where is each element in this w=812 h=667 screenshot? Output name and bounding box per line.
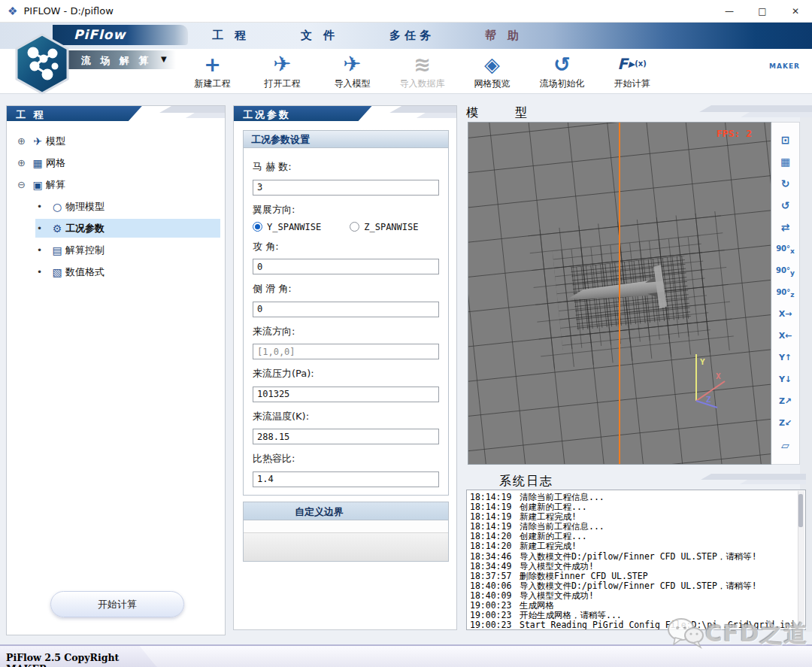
expand-plus-icon[interactable]: ⊕ (17, 157, 29, 168)
flow-init-button[interactable]: ↺ 流场初始化 (527, 50, 597, 92)
project-tree: ⊕ ✈ 模型 ⊕ ▦ 网格 ⊖ ▣ 解算 • ○ 物理模型 • ⚙ 工况参数 •… (7, 130, 225, 283)
sideslip-input[interactable] (253, 302, 439, 317)
axis-y-label: Y (700, 357, 705, 367)
case-params-panel: 工况参数 工况参数设置 马 赫 数: 翼展方向: Y_SPANWISE Z_SP… (233, 105, 457, 630)
solver-mode-label: 流 场 解 算 (81, 54, 152, 68)
tree-item-numeric-format[interactable]: • ▧ 数值格式 (7, 261, 225, 283)
axis-x-label: X (716, 371, 721, 381)
mesh-preview-button[interactable]: ◈ 网格预览 (457, 50, 527, 92)
box-zoom-icon[interactable]: ▱ (774, 434, 797, 456)
tab-model-view[interactable]: 模 型 (466, 105, 609, 121)
tree-item-mesh[interactable]: ⊕ ▦ 网格 (7, 152, 225, 174)
header-deco-strip (701, 474, 806, 480)
gamma-input[interactable] (253, 471, 439, 487)
close-button[interactable]: ✕ (779, 0, 812, 23)
import-model-icon: ✈ (343, 50, 361, 77)
pressure-input[interactable] (253, 387, 439, 402)
maker-label: MAKER (769, 62, 800, 70)
grid-icon: ▦ (29, 157, 46, 169)
tree-item-case-params[interactable]: • ⚙ 工况参数 (7, 217, 225, 239)
project-tree-panel: 工 程 ⊕ ✈ 模型 ⊕ ▦ 网格 ⊖ ▣ 解算 • ○ 物理模型 • ⚙ 工况… (6, 105, 226, 635)
tab-project[interactable]: 工 程 (212, 29, 250, 43)
window-title: PIFLOW - D:/piflow (23, 5, 113, 17)
log-lines: 18:14:19清除当前工程信息... 18:14:19创建新的工程... 18… (470, 493, 796, 630)
params-group-title: 工况参数设置 (244, 131, 448, 148)
open-project-icon: ✈ (273, 50, 291, 77)
axis-z-label: Z (706, 395, 711, 405)
radio-y-spanwise[interactable]: Y_SPANWISE (253, 222, 321, 232)
control-icon: ▤ (49, 244, 65, 256)
temperature-input[interactable] (253, 429, 439, 444)
custom-boundary-groupbox: 自定义边界 (243, 502, 449, 562)
params-groupbox: 工况参数设置 马 赫 数: 翼展方向: Y_SPANWISE Z_SPANWIS… (243, 130, 449, 496)
expand-plus-icon[interactable]: ⊕ (17, 135, 29, 147)
rotate-90-x-icon[interactable]: 90°x (774, 238, 797, 259)
fx-run-icon: F▶(x) (617, 50, 647, 77)
rotate-free-icon[interactable]: ⇄ (774, 216, 797, 238)
model-viewport[interactable]: FPS: 2 Y X Z (468, 122, 771, 465)
collapse-minus-icon[interactable]: ⊖ (17, 179, 29, 190)
start-compute-pill-button[interactable]: 开始计算 (50, 591, 184, 617)
view-pos-z-icon[interactable]: Z↗ (774, 390, 797, 412)
log-scrollbar[interactable] (798, 491, 804, 630)
fit-view-icon[interactable]: ⊡ (774, 129, 797, 150)
pressure-label: 来流压力(Pa): (253, 367, 439, 380)
view-toolbar: ⊡ ▦ ↻ ↺ ⇄ 90°x 90°y 90°z X→ X← Y↑ Y↓ Z↗ … (771, 122, 800, 465)
chevron-down-icon: ▼ (161, 55, 167, 63)
header-deco-strip (186, 113, 225, 118)
system-log-panel[interactable]: 18:14:19清除当前工程信息... 18:14:19创建新的工程... 18… (466, 490, 806, 630)
header-deco-strip (740, 480, 806, 484)
aoa-input[interactable] (253, 259, 439, 274)
tree-item-physical-model[interactable]: • ○ 物理模型 (7, 196, 225, 217)
mesh-preview-icon: ◈ (484, 50, 500, 77)
log-tab-row: 系统日志 (466, 474, 806, 490)
rotate-cw-icon[interactable]: ↻ (774, 172, 797, 194)
brand-banner: PiFlow (53, 25, 188, 45)
plane-icon: ✈ (29, 135, 46, 147)
tab-system-log[interactable]: 系统日志 (466, 474, 601, 490)
model-tab-row: 模 型 (466, 105, 812, 122)
tree-item-solver[interactable]: ⊖ ▣ 解算 (7, 174, 225, 196)
title-bar: ❖ PIFLOW - D:/piflow — □ ✕ (0, 0, 812, 23)
mach-label: 马 赫 数: (253, 160, 439, 174)
status-text: PiFlow 2.5 CopyRight MAKER (6, 652, 156, 667)
custom-boundary-title: 自定义边界 (244, 502, 448, 520)
custom-boundary-area (244, 533, 448, 561)
import-model-button[interactable]: ✈ 导入模型 (317, 50, 387, 92)
mach-input[interactable] (253, 180, 439, 196)
rotate-ccw-icon[interactable]: ↺ (774, 194, 797, 216)
format-icon: ▧ (49, 266, 65, 278)
flow-dir-input[interactable] (253, 344, 439, 359)
minimize-button[interactable]: — (713, 0, 746, 23)
view-pos-y-icon[interactable]: Y↑ (774, 347, 797, 368)
tab-file[interactable]: 文 件 (301, 29, 338, 43)
view-neg-x-icon[interactable]: X← (774, 325, 797, 347)
spanwise-label: 翼展方向: (253, 203, 439, 217)
new-project-button[interactable]: + 新建工程 (177, 50, 247, 92)
tab-help[interactable]: 帮 助 (485, 29, 523, 43)
header-deco-strip (389, 106, 456, 113)
brand-title: PiFlow (74, 27, 126, 42)
app-logo-icon: ❖ (8, 5, 17, 18)
mesh-grid-icon[interactable]: ▦ (774, 150, 797, 172)
tree-item-model[interactable]: ⊕ ✈ 模型 (7, 130, 225, 152)
circle-icon: ○ (49, 201, 65, 213)
view-neg-y-icon[interactable]: Y↓ (774, 368, 797, 390)
header-deco-strip (699, 105, 812, 112)
watermark-text: CFD之道 (705, 618, 808, 650)
rotate-90-z-icon[interactable]: 90°z (774, 281, 797, 303)
start-compute-button[interactable]: F▶(x) 开始计算 (597, 50, 667, 92)
radio-z-spanwise[interactable]: Z_SPANWISE (350, 222, 418, 232)
tab-multitask[interactable]: 多任务 (389, 29, 435, 43)
tree-item-solver-control[interactable]: • ▤ 解算控制 (7, 239, 225, 261)
custom-boundary-empty-row (244, 520, 448, 533)
solver-mode-dropdown[interactable]: 流 场 解 算 ▼ (63, 50, 176, 69)
open-project-button[interactable]: ✈ 打开工程 (247, 50, 317, 92)
maximize-button[interactable]: □ (746, 0, 779, 23)
rotate-90-y-icon[interactable]: 90°y (774, 259, 797, 281)
log-scrollbar-thumb[interactable] (798, 494, 803, 527)
plus-icon: + (204, 50, 221, 77)
fps-counter: FPS: 2 (717, 128, 752, 139)
view-neg-z-icon[interactable]: Z↙ (774, 412, 797, 434)
view-pos-x-icon[interactable]: X→ (774, 303, 797, 325)
